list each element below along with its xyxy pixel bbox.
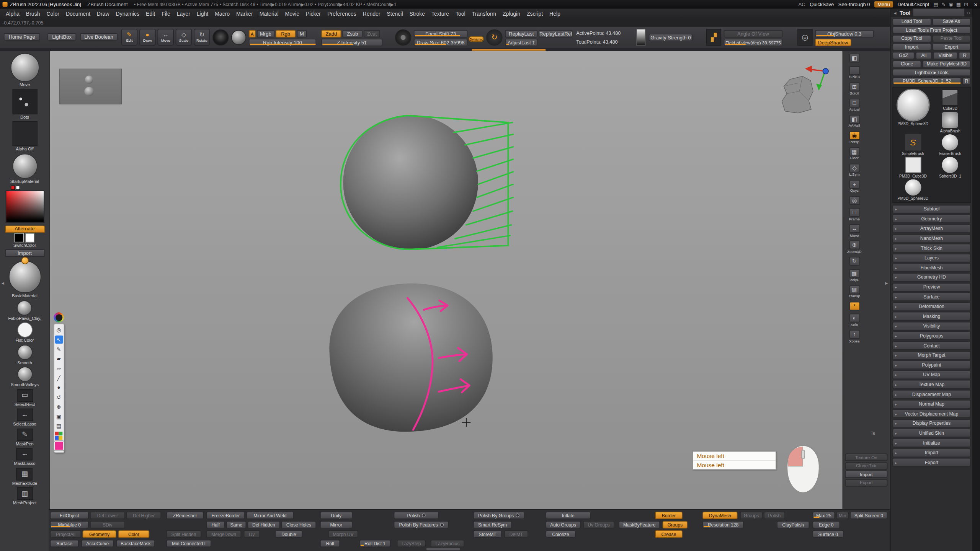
alternate-button[interactable]: Alternate (5, 225, 44, 233)
tool-thumb-pm3d-cube3d[interactable]: PM3D_Cube3D (895, 156, 931, 178)
menu-zscript[interactable]: Zscript (523, 10, 546, 16)
collapse-arrow-icon[interactable]: ◄ (893, 11, 897, 15)
bottom-delmt-button[interactable]: DelMT (505, 530, 528, 538)
goz-r-button[interactable]: R (959, 52, 971, 59)
bottom-maskbyfeature-button[interactable]: MaskByFeature (619, 521, 660, 529)
stencil-icon[interactable]: ▞ (706, 29, 721, 46)
titlebar-icon-0[interactable]: ▤ (934, 2, 938, 7)
replay-last-rel-button[interactable]: ReplayLastRel (539, 30, 572, 37)
subpalette-thick-skin[interactable]: ▸Thick Skin (892, 244, 970, 253)
bottom-polish-by-features-button[interactable]: Polish By Features (394, 521, 449, 529)
bottom-projectall-button[interactable]: ProjectAll (50, 530, 82, 538)
tool-thumb-pm3d-sphere3d[interactable]: PM3D_Sphere3D (895, 89, 931, 133)
alpha-channel-badge[interactable]: A (249, 30, 256, 37)
cursor-icon[interactable]: ↖ (55, 336, 63, 344)
menu-macro[interactable]: Macro (212, 10, 233, 16)
eraser-icon[interactable]: ▱ (55, 364, 63, 372)
tool-picker[interactable] (5, 186, 44, 223)
quicksave-button[interactable]: QuickSave (810, 2, 834, 7)
lightbox-button[interactable]: LightBox (47, 33, 76, 41)
export-button[interactable]: Export (932, 43, 970, 51)
save-as-button[interactable]: Save As (932, 18, 970, 26)
dynamic-toggle[interactable]: Dynamic (469, 36, 483, 42)
bottom-edge-0-button[interactable]: Edge 0 (812, 521, 840, 529)
bottom-split-hidden-button[interactable]: Split Hidden (166, 530, 201, 538)
bottom-roll-button[interactable]: Roll (320, 540, 340, 548)
floor-icon[interactable]: ▦Floor (846, 147, 863, 160)
goz-visible-button[interactable]: Visible (933, 52, 957, 59)
bottom-close-holes-button[interactable]: Close Holes (281, 521, 316, 529)
clone-button[interactable]: Clone (892, 60, 921, 68)
secondary-color-chip[interactable] (15, 186, 20, 190)
tool-basicmaterial[interactable]: BasicMaterial (8, 257, 41, 298)
tool-thumb-sphere3d-1[interactable]: Sphere3D_1 (932, 156, 968, 178)
persp-icon[interactable]: ◉Persp (846, 131, 863, 143)
primary-color-chip[interactable] (10, 186, 15, 190)
bottom-double-button[interactable]: Double (275, 530, 302, 538)
move-button[interactable]: ↔ Move (157, 29, 173, 46)
mrgb-button[interactable]: Mrgb (257, 30, 274, 37)
paste-tool-button[interactable]: Paste Tool (932, 35, 970, 42)
bottom-inflate-button[interactable]: Inflate (546, 512, 591, 519)
bottom-del-lower-button[interactable]: Del Lower (90, 512, 125, 519)
rotate3d-icon[interactable]: ↻ (846, 257, 863, 266)
tool-thumb-eraserbrush[interactable]: EraserBrush (932, 134, 968, 156)
actual-icon[interactable]: □Actual (846, 98, 863, 111)
titlebar-icon-4[interactable]: ⊡ (964, 2, 968, 7)
trash-icon[interactable]: ⊗ (55, 403, 63, 411)
menu-button[interactable]: Menu (874, 1, 893, 7)
subpalette-initialize[interactable]: ▸Initialize (892, 439, 970, 447)
rgb-button[interactable]: Rgb (276, 30, 296, 37)
obj-shadow-slider[interactable]: ObjShadow 0.3 (815, 30, 874, 37)
document-canvas[interactable]: ◎↖✎▰▱╱●↺⊗▣▤ Mouse left Mouse left (50, 51, 843, 509)
transp-icon[interactable]: ▨Transp (846, 285, 863, 298)
bottom-auto-groups-button[interactable]: Auto Groups (546, 521, 580, 529)
menu-movie[interactable]: Movie (282, 10, 302, 16)
panel-menu-icon[interactable]: ○ (967, 10, 970, 16)
close-button[interactable]: × (974, 1, 978, 8)
load-tool-button[interactable]: Load Tool (892, 18, 931, 26)
bottom-uv-groups-button[interactable]: Uv Groups (583, 521, 614, 529)
focal-shift-slider[interactable]: Focal Shift 73 (414, 30, 467, 37)
tool-masklasso[interactable]: ∽MaskLasso (14, 448, 35, 466)
subpalette-display-properties[interactable]: ▸Display Properties (892, 419, 970, 428)
draw-button[interactable]: ● Draw (139, 29, 155, 46)
current-color-swatch[interactable] (54, 441, 63, 450)
menu-stroke[interactable]: Stroke (406, 10, 428, 16)
tool-panel-header[interactable]: ◄ Tool ○ (891, 9, 973, 17)
menu-preferences[interactable]: Preferences (324, 10, 359, 16)
menu-edit[interactable]: Edit (143, 10, 158, 16)
replay-icon[interactable]: ↻ (486, 29, 502, 46)
import-button-sidebar[interactable]: Import (5, 249, 44, 257)
xpose-icon[interactable]: ↑Xpose (846, 330, 863, 342)
bottom-geometry-button[interactable]: Geometry (83, 530, 116, 538)
default-zscript-button[interactable]: DefaultZScript (897, 2, 929, 7)
gravity-strength-slider[interactable]: Gravity Strength 0 (649, 34, 693, 41)
bottom-half-button[interactable]: Half (206, 521, 225, 529)
eye-icon[interactable]: ◎ (55, 326, 63, 334)
subpalette-texture-map[interactable]: ▸Texture Map (892, 380, 970, 389)
document-thumbnail[interactable] (59, 69, 122, 104)
menu-picker[interactable]: Picker (302, 10, 324, 16)
menu-render[interactable]: Render (359, 10, 384, 16)
menu-dynamics[interactable]: Dynamics (113, 10, 143, 16)
bottom-color-button[interactable]: Color (118, 530, 150, 538)
bottom-unify-button[interactable]: Unify (320, 512, 353, 519)
bottom-accucurve-button[interactable]: AccuCurve (81, 540, 114, 548)
sphere-model[interactable] (343, 115, 478, 250)
right-divider-arrow[interactable]: ► (884, 281, 889, 285)
solo-icon[interactable]: ◐Solo (846, 314, 863, 326)
draw-size-slider[interactable]: Draw Size 602.35998 (414, 39, 467, 46)
bottom-lazyradius-button[interactable]: LazyRadius (431, 540, 464, 548)
bottom-dynamesh-button[interactable]: DynaMesh (702, 512, 737, 519)
subpalette-preview[interactable]: ▸Preview (892, 283, 970, 292)
subpalette-surface[interactable]: ▸Surface (892, 292, 970, 301)
subpalette-contact[interactable]: ▸Contact (892, 341, 970, 350)
menu-help[interactable]: Help (546, 10, 564, 16)
bottom-split-screen-0-button[interactable]: Split Screen 0 (850, 512, 887, 519)
alpha-thumbnail[interactable] (636, 29, 645, 46)
bottom-uv-button[interactable]: Uv (244, 530, 260, 538)
subpalette-deformation[interactable]: ▸Deformation (892, 302, 970, 311)
current-tool-r-button[interactable]: R (962, 77, 970, 85)
frame-icon[interactable]: □Frame (846, 208, 863, 221)
